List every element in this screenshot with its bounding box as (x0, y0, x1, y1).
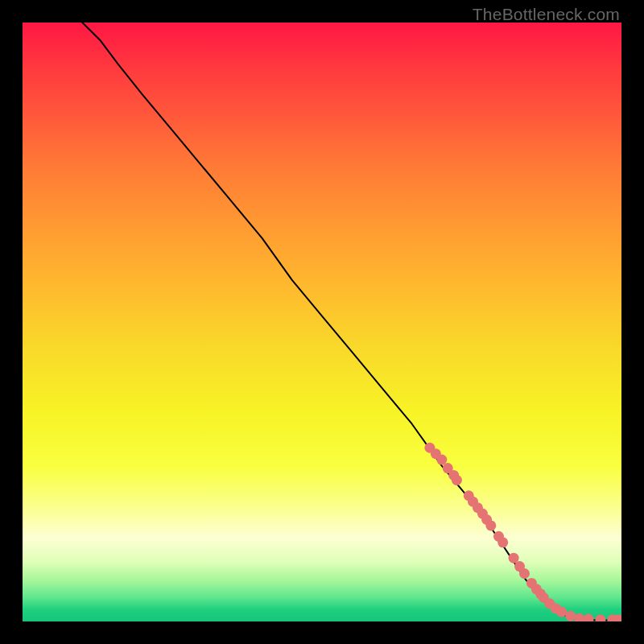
curve-path (82, 23, 621, 621)
scatter-point (595, 614, 605, 621)
scatter-point (519, 568, 530, 579)
scatter-point (493, 531, 504, 542)
scatter-markers (424, 443, 621, 621)
scatter-point (535, 588, 546, 599)
scatter-point (497, 537, 508, 547)
scatter-point (526, 578, 537, 588)
scatter-point (531, 584, 542, 594)
scatter-point (443, 463, 453, 473)
scatter-point (539, 592, 549, 603)
scatter-point (464, 490, 474, 501)
scatter-point (477, 509, 488, 519)
scatter-point (468, 497, 478, 507)
scatter-point (452, 475, 462, 485)
plot-area (23, 23, 621, 621)
chart-frame: TheBottleneck.com (0, 0, 644, 644)
scatter-point (574, 613, 584, 621)
scatter-point (473, 502, 483, 513)
scatter-point (481, 514, 492, 525)
scatter-point (607, 614, 617, 621)
curve-line (82, 23, 621, 621)
scatter-point (485, 520, 496, 530)
scatter-point (551, 603, 561, 613)
scatter-point (613, 614, 621, 621)
scatter-point (584, 614, 594, 621)
scatter-point (514, 561, 525, 572)
chart-svg (23, 23, 621, 621)
scatter-point (509, 553, 519, 564)
scatter-point (544, 598, 555, 609)
scatter-point (565, 611, 576, 621)
scatter-point (448, 470, 459, 481)
scatter-point (431, 448, 441, 459)
watermark-text: TheBottleneck.com (473, 5, 620, 24)
scatter-point (436, 455, 447, 465)
scatter-point (556, 607, 567, 617)
scatter-point (424, 443, 435, 453)
